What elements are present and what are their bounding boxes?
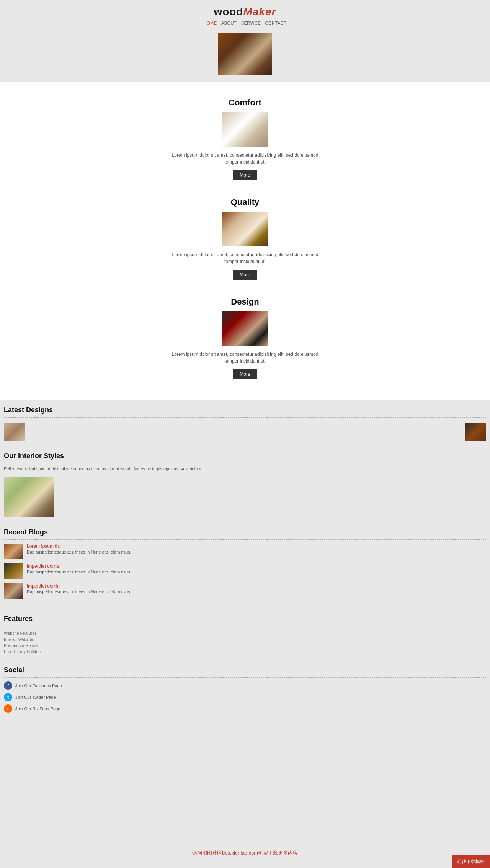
interior-styles-text: Pellentesque habitant morbi tristique se… xyxy=(4,466,486,472)
social-divider xyxy=(4,677,486,678)
latest-designs-title: Latest Designs xyxy=(4,406,486,414)
comfort-text: Lorem ipsum dolor sit amet, consectetur … xyxy=(165,152,325,165)
blog-text-2: Dapibuspellentesque at ultrices in Nunc … xyxy=(27,570,131,574)
logo-wood: wood xyxy=(214,6,243,18)
nav-service[interactable]: SERVICE xyxy=(241,21,261,25)
quality-more-button[interactable]: More xyxy=(233,270,257,280)
blog-thumb-1 xyxy=(4,544,23,559)
rss-label: Join Our RssFeed Page xyxy=(15,706,60,711)
social-twitter[interactable]: t Join Our Twitter Page xyxy=(4,693,486,701)
design-text: Lorem ipsum dolor sit amet, consectetur … xyxy=(165,351,325,365)
recent-blogs-title: Recent Blogs xyxy=(4,528,486,536)
social-facebook[interactable]: f Join Our Facebook Page xyxy=(4,681,486,690)
blog-content-3: Imperdiet domin Dapibuspellentesque at u… xyxy=(27,583,131,594)
facebook-icon: f xyxy=(4,681,12,690)
feature-item-1: Website Features xyxy=(4,630,486,636)
quality-section: Quality Lorem ipsum dolor sit amet, cons… xyxy=(23,197,467,289)
hero-section xyxy=(0,29,490,82)
header: woodMaker HOME ABOUT SERVICE CONTACT xyxy=(0,0,490,29)
blog-text-3: Dapibuspellentesque at ultrices in Nunc … xyxy=(27,590,131,594)
blog-item-1: Lorem Ipsum th. Dapibuspellentesque at u… xyxy=(4,544,486,559)
blog-link-2[interactable]: Imperdiet domai xyxy=(27,563,131,569)
feature-item-2: Interior Website xyxy=(4,636,486,642)
interior-styles-section: Our Interior Styles Pellentesque habitan… xyxy=(0,446,490,522)
features-divider xyxy=(4,626,486,626)
comfort-section: Comfort Lorem ipsum dolor sit amet, cons… xyxy=(23,98,467,190)
recent-blogs-divider xyxy=(4,539,486,540)
facebook-label: Join Our Facebook Page xyxy=(15,683,62,688)
latest-designs-divider xyxy=(4,417,486,418)
blog-link-3[interactable]: Imperdiet domin xyxy=(27,583,131,589)
blog-link-1[interactable]: Lorem Ipsum th. xyxy=(27,544,131,549)
comfort-image xyxy=(222,112,268,147)
design-image xyxy=(222,311,268,346)
feature-item-4: Free Example Sites xyxy=(4,649,486,655)
twitter-icon: t xyxy=(4,693,12,701)
design-thumb-right[interactable] xyxy=(465,423,486,441)
nav-home[interactable]: HOME xyxy=(204,21,217,25)
quality-title: Quality xyxy=(23,197,467,207)
twitter-label: Join Our Twitter Page xyxy=(15,695,56,699)
design-section: Design Lorem ipsum dolor sit amet, conse… xyxy=(23,297,467,389)
logo-maker: Maker xyxy=(243,6,276,18)
nav-about[interactable]: ABOUT xyxy=(221,21,237,25)
feature-item-3: Premimum House xyxy=(4,642,486,649)
comfort-title: Comfort xyxy=(23,98,467,108)
design-title: Design xyxy=(23,297,467,307)
nav-contact[interactable]: CONTACT xyxy=(265,21,287,25)
social-section: Social f Join Our Facebook Page t Join O… xyxy=(0,660,490,727)
hero-image xyxy=(218,33,272,75)
quality-image xyxy=(222,212,268,246)
blog-content-1: Lorem Ipsum th. Dapibuspellentesque at u… xyxy=(27,544,131,554)
quality-text: Lorem ipsum dolor sit amet, consectetur … xyxy=(165,251,325,265)
rss-icon: r xyxy=(4,704,12,713)
interior-styles-image xyxy=(4,477,54,517)
blog-thumb-3 xyxy=(4,583,23,599)
main-content: Comfort Lorem ipsum dolor sit amet, cons… xyxy=(0,82,490,400)
designs-row xyxy=(4,421,486,442)
blog-content-2: Imperdiet domai Dapibuspellentesque at u… xyxy=(27,563,131,574)
blog-thumb-2 xyxy=(4,563,23,579)
interior-styles-divider xyxy=(4,462,486,462)
blog-item-3: Imperdiet domin Dapibuspellentesque at u… xyxy=(4,583,486,599)
social-title: Social xyxy=(4,666,486,674)
features-title: Features xyxy=(4,615,486,623)
logo: woodMaker xyxy=(0,6,490,18)
design-thumb-left[interactable] xyxy=(4,423,25,441)
interior-styles-title: Our Interior Styles xyxy=(4,452,486,460)
features-section: Features Website Features Interior Websi… xyxy=(0,609,490,660)
blog-text-1: Dapibuspellentesque at ultrices in Nunc … xyxy=(27,550,131,554)
design-more-button[interactable]: More xyxy=(233,369,257,379)
navigation: HOME ABOUT SERVICE CONTACT xyxy=(0,20,490,26)
blog-item-2: Imperdiet domai Dapibuspellentesque at u… xyxy=(4,563,486,579)
recent-blogs-section: Recent Blogs Lorem Ipsum th. Dapibuspell… xyxy=(0,522,490,609)
social-rss[interactable]: r Join Our RssFeed Page xyxy=(4,704,486,713)
features-list: Website Features Interior Website Premim… xyxy=(4,630,486,655)
comfort-more-button[interactable]: More xyxy=(233,170,257,180)
latest-designs-section: Latest Designs xyxy=(0,400,490,446)
